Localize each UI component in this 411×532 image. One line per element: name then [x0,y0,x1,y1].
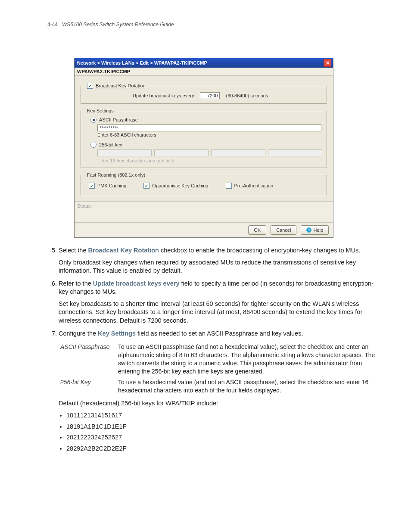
breadcrumb: Network > Wireless LANs > Edit > WPA/WPA… [77,60,207,65]
update-keys-input[interactable]: 7200 [200,92,220,99]
pmk-caching-label: PMK Caching [97,183,126,188]
256bit-hint: Enter 16 hex characters in each field [97,158,322,163]
pmk-caching-checkbox[interactable]: ✔ [89,183,95,189]
default-key-2: 18191A1B1C1D1E1F [66,423,381,431]
defaults-intro: Default (hexadecimal) 256-bit keys for W… [59,399,381,408]
256bit-radio[interactable] [90,142,97,148]
ascii-term: ASCII Passphrase [60,343,112,376]
step-5: Select the Broadcast Key Rotation checkb… [59,246,381,275]
ascii-passphrase-input[interactable]: ********** [97,124,321,131]
dialog-titlebar: Network > Wireless LANs > Edit > WPA/WPA… [75,58,333,68]
default-key-1: 1011121314151617 [66,411,381,420]
broadcast-rotation-checkbox[interactable]: ✔ [87,83,93,89]
bit-term: 256-bit Key [60,378,112,395]
opportunistic-caching-checkbox[interactable]: ✔ [143,183,149,189]
step-6: Refer to the Update broadcast keys every… [59,280,381,325]
pre-auth-label: Pre-Authentication [234,183,274,188]
status-label: Status: [77,203,92,208]
cancel-button[interactable]: Cancel [271,225,296,235]
doc-title: WS5100 Series Switch System Reference Gu… [62,22,174,28]
ascii-passphrase-radio[interactable] [90,117,97,123]
broadcast-rotation-legend: Broadcast Key Rotation [96,83,146,88]
fast-roaming-legend: Fast Roaming (802.1x only) [85,172,147,177]
help-icon: ? [306,227,311,233]
key-settings-legend: Key Settings [85,108,115,113]
status-area: Status: [75,201,333,222]
ascii-hint: Enter 8-63 ASCII characters [97,132,322,137]
dialog-subtitle: WPA/WPA2-TKIP/CCMP [75,68,333,76]
step-7: Configure the Key Settings field as need… [59,330,381,338]
key-settings-group: Key Settings ASCII Passphrase **********… [81,108,327,168]
ascii-desc: To use an ASCII passphrase (and not a he… [118,343,381,376]
256bit-input-4[interactable] [268,149,322,156]
close-icon[interactable]: ✕ [324,59,331,67]
button-bar: OK Cancel ?Help [75,222,333,237]
broadcast-key-rotation-group: ✔ Broadcast Key Rotation Update broadcas… [81,83,327,104]
pre-auth-checkbox[interactable] [226,183,232,189]
256bit-input-3[interactable] [211,149,265,156]
ascii-passphrase-label: ASCII Passphrase [99,117,138,122]
page-number: 4-44 [47,22,58,28]
default-key-4: 28292A2B2C2D2E2F [66,445,381,453]
256bit-label: 256-bit key [99,142,122,147]
page-header: 4-44 WS5100 Series Switch System Referen… [47,22,381,28]
update-keys-range: (60-86400) seconds [226,93,268,98]
dialog-window: Network > Wireless LANs > Edit > WPA/WPA… [74,58,333,238]
document-body: Select the Broadcast Key Rotation checkb… [47,246,381,453]
fast-roaming-group: Fast Roaming (802.1x only) ✔ PMK Caching… [81,172,327,195]
update-keys-label: Update broadcast keys every [133,93,194,98]
opportunistic-caching-label: Opportunistic Key Caching [152,183,208,188]
default-key-3: 2021222324252627 [66,433,381,442]
256bit-input-1[interactable] [97,149,152,156]
ok-button[interactable]: OK [248,225,266,235]
256bit-input-2[interactable] [154,149,209,156]
help-button[interactable]: ?Help [301,225,329,235]
bit-desc: To use a hexadecimal value (and not an A… [118,378,381,395]
